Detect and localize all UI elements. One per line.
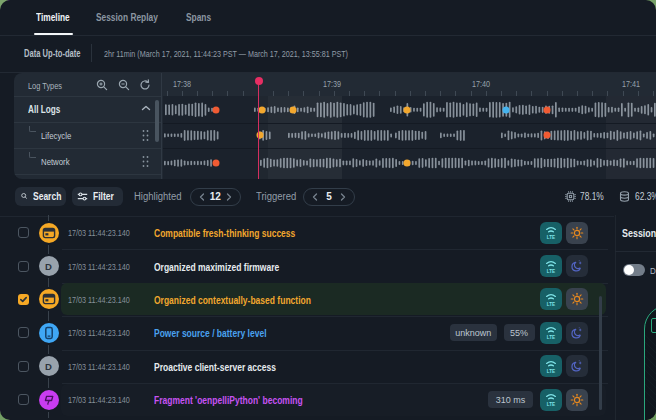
- svg-text:LTE: LTE: [547, 235, 555, 240]
- svg-text:LTE: LTE: [547, 402, 555, 407]
- svg-text:LTE: LTE: [547, 335, 555, 340]
- svg-text:LTE: LTE: [547, 301, 555, 306]
- svg-text:LTE: LTE: [547, 268, 555, 273]
- svg-text:LTE: LTE: [547, 368, 555, 373]
